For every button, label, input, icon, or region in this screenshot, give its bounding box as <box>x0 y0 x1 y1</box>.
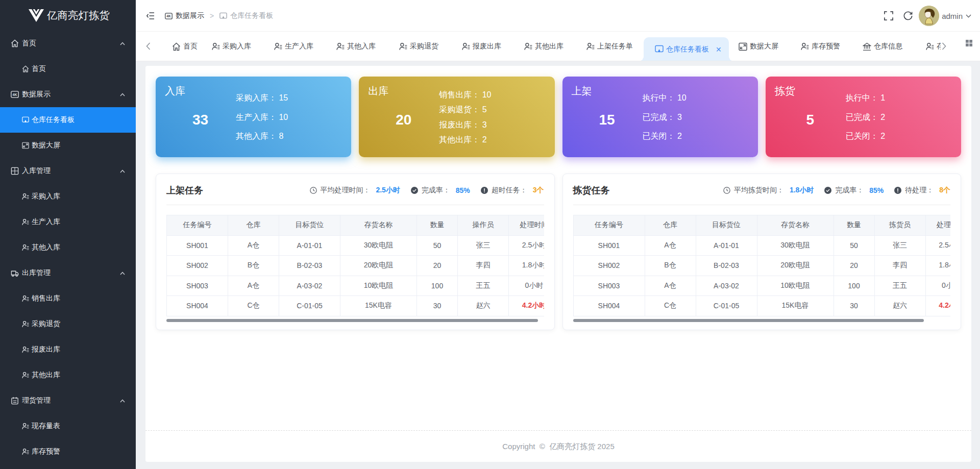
svg-text:4K: 4K <box>13 93 17 96</box>
svg-text:4K: 4K <box>166 14 171 18</box>
